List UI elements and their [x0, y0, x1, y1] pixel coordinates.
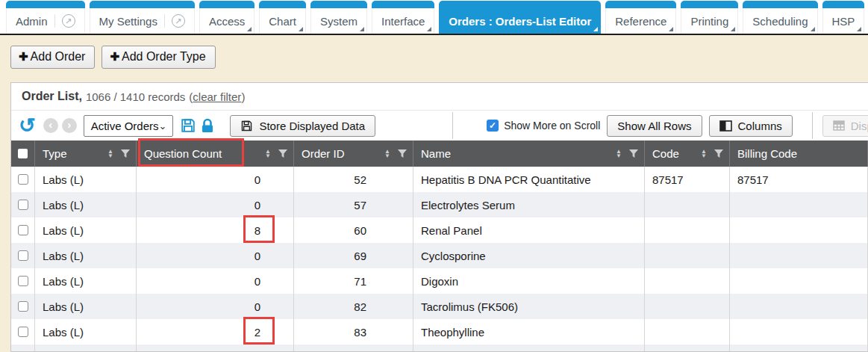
tab-menu-corner-icon: [857, 27, 861, 31]
paren: ): [241, 90, 245, 103]
tab-label: Scheduling: [752, 15, 808, 28]
checkbox-cell: [11, 319, 35, 345]
question-count-cell: 0: [137, 167, 294, 192]
lock-view-button[interactable]: [201, 118, 214, 133]
add-order-label: Add Order: [31, 50, 86, 64]
show-all-rows-button[interactable]: Show All Rows: [607, 115, 702, 137]
row-checkbox[interactable]: [18, 225, 28, 235]
popout-link[interactable]: ↗: [54, 14, 75, 28]
tab-printing[interactable]: Printing: [681, 1, 738, 34]
name-cell: Tacrolimus (FK506): [413, 294, 645, 319]
code-cell: [645, 294, 730, 319]
row-checkbox[interactable]: [18, 276, 28, 286]
filter-funnel-icon[interactable]: [398, 149, 407, 158]
tab-scheduling[interactable]: Scheduling: [743, 1, 817, 34]
checkbox-cell: [11, 217, 35, 243]
column-header-name[interactable]: Name ▲▼: [413, 141, 645, 167]
column-header-code[interactable]: Code ▲▼: [645, 141, 730, 167]
tab-hsp[interactable]: HSP: [822, 1, 865, 34]
table-row[interactable]: Labs (L) 2 83 Theophylline: [11, 319, 868, 345]
tab-orders-list-editor[interactable]: Orders : Orders-List Editor: [439, 1, 601, 34]
tab-menu-corner-icon: [669, 27, 673, 31]
add-order-type-button[interactable]: ✚ Add Order Type: [102, 46, 215, 69]
column-header-billing-code[interactable]: Billing Code: [730, 141, 868, 167]
sort-icon[interactable]: ▲▼: [384, 149, 390, 158]
tab-system[interactable]: System: [310, 1, 367, 34]
table-row[interactable]: Labs (L) 0 71 Digoxin: [11, 268, 868, 294]
tab-label: Printing: [690, 15, 728, 28]
row-checkbox[interactable]: [18, 327, 28, 337]
record-count: 1066 / 1410 records: [86, 90, 185, 103]
tab-reference[interactable]: Reference: [605, 1, 676, 34]
show-more-on-scroll-label: Show More on Scroll: [504, 120, 600, 132]
row-checkbox[interactable]: [18, 200, 28, 210]
clear-filter-link[interactable]: clear filter: [193, 90, 241, 103]
chevron-down-icon: ⌄: [158, 120, 166, 132]
checkbox-cell: [11, 345, 35, 352]
filter-funnel-icon[interactable]: [121, 149, 130, 158]
code-cell: [645, 268, 730, 294]
saved-view-value: Active Orders: [91, 120, 159, 132]
table-row[interactable]: Labs (L) 8 60 Renal Panel: [11, 217, 868, 243]
add-order-button[interactable]: ✚ Add Order: [10, 46, 95, 69]
sort-icon[interactable]: ▲▼: [701, 149, 707, 158]
tab-interface[interactable]: Interface: [372, 1, 434, 34]
table-row[interactable]: Labs (L) 0 69 Cyclosporine: [11, 243, 868, 268]
tab-label: Chart: [269, 15, 296, 28]
filter-funnel-icon[interactable]: [278, 149, 287, 158]
tab-cap: [259, 1, 306, 8]
type-cell: Labs (L): [35, 319, 137, 345]
tab-access[interactable]: Access: [199, 1, 255, 34]
column-label: Code: [652, 147, 679, 160]
row-checkbox[interactable]: [18, 174, 28, 185]
column-header-order-id[interactable]: Order ID ▲▼: [294, 141, 413, 167]
store-displayed-data-button[interactable]: Store Displayed Data: [230, 115, 375, 137]
order-actions: ✚ Add Order ✚ Add Order Type: [10, 46, 216, 69]
popout-link[interactable]: ↗: [164, 14, 185, 28]
tab-cap: [605, 1, 676, 8]
tab-admin[interactable]: Admin ↗: [6, 1, 85, 34]
type-cell: [35, 345, 137, 352]
table-row[interactable]: Labs (L) 0 57 Electrolytes Serum: [11, 192, 868, 217]
tab-label: My Settings: [99, 15, 157, 28]
save-view-button[interactable]: [180, 117, 196, 134]
code-cell: [645, 217, 730, 243]
row-checkbox[interactable]: [18, 250, 28, 261]
filter-funnel-icon[interactable]: [714, 149, 723, 158]
refresh-icon[interactable]: ↺: [19, 117, 36, 135]
table-row[interactable]: Labs (L) 0 82 Tacrolimus (FK506): [11, 294, 868, 319]
tab-chart[interactable]: Chart: [259, 1, 306, 34]
tab-label: Interface: [381, 15, 425, 28]
column-header-question-count[interactable]: Question Count ▲▼: [137, 141, 294, 167]
grid-toolbar: ↺ ‹ › Active Orders ⌄ Store Displayed Da…: [11, 111, 868, 141]
name-cell: Renal Panel: [413, 217, 645, 243]
tab-label: Access: [209, 15, 245, 28]
tab-label: Reference: [615, 15, 666, 28]
select-all-checkbox[interactable]: [11, 141, 35, 167]
previous-view-button[interactable]: ‹: [43, 118, 58, 133]
billing-code-cell: [730, 345, 868, 352]
column-header-type[interactable]: Type ▲▼: [35, 141, 137, 167]
filter-funnel-icon[interactable]: [629, 149, 638, 158]
tab-cap: [6, 1, 85, 8]
code-cell: [645, 192, 730, 217]
code-cell: [645, 243, 730, 268]
sort-icon[interactable]: ▲▼: [107, 149, 113, 158]
show-more-on-scroll-checkbox[interactable]: ✓: [487, 120, 499, 132]
question-count-cell: 0: [137, 243, 294, 268]
tab-my-settings[interactable]: My Settings ↗: [90, 1, 195, 34]
tab-cap: [822, 1, 865, 8]
next-view-button[interactable]: ›: [62, 118, 77, 133]
order-id-cell: 60: [294, 217, 413, 243]
table-row[interactable]: Labs (L) 0 52 Hepatitis B DNA PCR Quanti…: [11, 167, 868, 192]
row-checkbox[interactable]: [18, 301, 28, 312]
sort-icon[interactable]: ▲▼: [616, 149, 622, 158]
columns-button[interactable]: Columns: [709, 115, 793, 137]
table-row-partial[interactable]: [11, 345, 868, 352]
checkbox-icon: [18, 149, 28, 158]
sort-icon[interactable]: ▲▼: [265, 149, 271, 158]
billing-code-cell: [730, 319, 868, 345]
name-cell: Theophylline: [413, 319, 645, 345]
saved-view-select[interactable]: Active Orders ⌄: [84, 115, 174, 137]
billing-code-cell: [730, 243, 868, 268]
